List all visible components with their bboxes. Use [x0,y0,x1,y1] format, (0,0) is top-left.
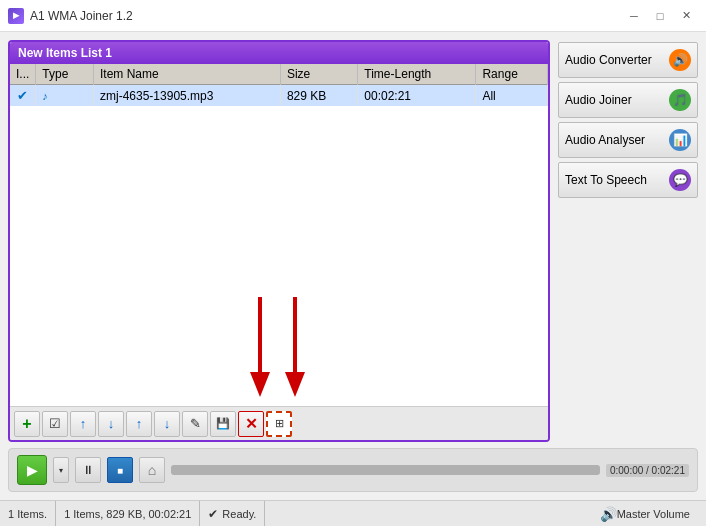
row-name: zmj-4635-13905.mp3 [94,85,281,107]
row-check[interactable]: ✔ [10,85,36,107]
volume-label: Master Volume [617,508,690,520]
items-count-segment: 1 Items. [8,501,56,526]
app-icon: ▶ [8,8,24,24]
items-details: 1 Items, 829 KB, 00:02:21 [64,508,191,520]
text-to-speech-label: Text To Speech [565,173,647,187]
speaker-icon: 🔊 [600,506,617,522]
row-range: All [476,85,548,107]
loop-icon: ⌂ [148,462,156,478]
audio-joiner-label: Audio Joiner [565,93,632,107]
panel-header: New Items List 1 [10,42,548,64]
row-size: 829 KB [280,85,357,107]
audio-converter-label: Audio Converter [565,53,652,67]
table-row[interactable]: ✔ ♪ zmj-4635-13905.mp3 829 KB 00:02:21 A… [10,85,548,107]
table-header-row: I... Type Item Name Size Time-Length Ran… [10,64,548,85]
edit-button[interactable]: ✎ [182,411,208,437]
col-name: Item Name [94,64,281,85]
save-button[interactable]: 💾 [210,411,236,437]
row-time: 00:02:21 [358,85,476,107]
move-up-button[interactable]: ↑ [70,411,96,437]
text-to-speech-button[interactable]: Text To Speech 💬 [558,162,698,198]
col-type: Type [36,64,94,85]
text-to-speech-icon: 💬 [669,169,691,191]
content-row: New Items List 1 I... Type Item Name Siz… [8,40,698,442]
stop-button[interactable]: ■ [107,457,133,483]
status-bar: 1 Items. 1 Items, 829 KB, 00:02:21 ✔ Rea… [0,500,706,526]
pause-button[interactable]: ⏸ [75,457,101,483]
items-table: I... Type Item Name Size Time-Length Ran… [10,64,548,106]
pause-icon: ⏸ [82,463,94,477]
delete-button[interactable]: ✕ [238,411,264,437]
audio-analyser-icon: 📊 [669,129,691,151]
items-details-segment: 1 Items, 829 KB, 00:02:21 [56,501,200,526]
title-bar: ▶ A1 WMA Joiner 1.2 ─ □ ✕ [0,0,706,32]
main-content: New Items List 1 I... Type Item Name Siz… [0,32,706,500]
status-check-icon: ✔ [208,507,218,521]
col-time: Time-Length [358,64,476,85]
col-index: I... [10,64,36,85]
play-icon: ▶ [27,462,38,478]
audio-converter-button[interactable]: Audio Converter 🔊 [558,42,698,78]
row-type: ♪ [36,85,94,107]
play-dropdown-button[interactable]: ▾ [53,457,69,483]
col-size: Size [280,64,357,85]
left-panel: New Items List 1 I... Type Item Name Siz… [8,40,550,442]
move-bottom-button[interactable]: ↓ [154,411,180,437]
music-note-icon: ♪ [42,90,48,102]
stop-icon: ■ [117,465,123,476]
volume-segment: 🔊 Master Volume [592,501,698,526]
play-button[interactable]: ▶ [17,455,47,485]
status-text: Ready. [222,508,256,520]
player-bar: ▶ ▾ ⏸ ■ ⌂ 0:00:00 / 0:02:21 [8,448,698,492]
audio-joiner-icon: 🎵 [669,89,691,111]
move-top-button[interactable]: ↑ [126,411,152,437]
minimize-button[interactable]: ─ [622,6,646,26]
add-button[interactable]: + [14,411,40,437]
col-range: Range [476,64,548,85]
progress-track[interactable] [171,465,600,475]
close-button[interactable]: ✕ [674,6,698,26]
clear-button[interactable]: ⊞ [266,411,292,437]
audio-analyser-button[interactable]: Audio Analyser 📊 [558,122,698,158]
check-all-button[interactable]: ☑ [42,411,68,437]
status-segment: ✔ Ready. [200,501,265,526]
audio-joiner-button[interactable]: Audio Joiner 🎵 [558,82,698,118]
table-wrapper[interactable]: I... Type Item Name Size Time-Length Ran… [10,64,548,406]
title-bar-controls: ─ □ ✕ [622,6,698,26]
audio-converter-icon: 🔊 [669,49,691,71]
loop-button[interactable]: ⌂ [139,457,165,483]
dropdown-icon: ▾ [59,466,63,475]
right-panel: Audio Converter 🔊 Audio Joiner 🎵 Audio A… [558,40,698,442]
move-down-button[interactable]: ↓ [98,411,124,437]
toolbar: + ☑ ↑ ↓ ↑ ↓ ✎ 💾 ✕ ⊞ [10,406,548,440]
title-bar-text: A1 WMA Joiner 1.2 [30,9,622,23]
time-display: 0:00:00 / 0:02:21 [606,464,689,477]
audio-analyser-label: Audio Analyser [565,133,645,147]
maximize-button[interactable]: □ [648,6,672,26]
items-count: 1 Items. [8,508,47,520]
